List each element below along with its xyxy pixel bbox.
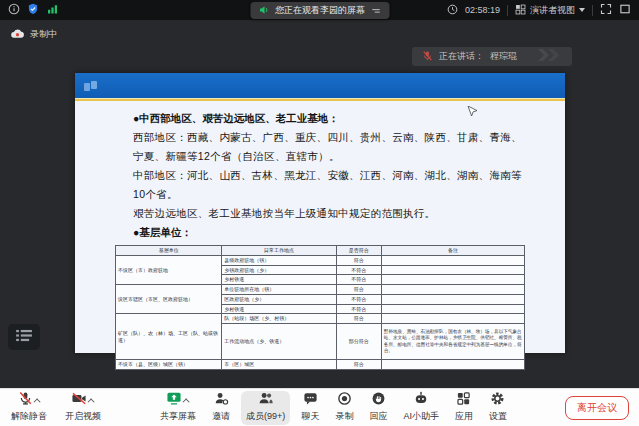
table-cell: 乡村铁道: [222, 275, 337, 285]
bottom-toolbar: 解除静音 开启视频 共享屏幕: [0, 388, 639, 426]
slide-header-band: [75, 73, 565, 98]
table-header-cell: 是否符合: [336, 246, 381, 256]
participants-icon: [258, 391, 274, 410]
slide-paragraph-line: 西部地区：西藏、内蒙古、广西、重庆、四川、贵州、云南、陕西、甘肃、青海、: [133, 128, 535, 147]
view-mode-label: 演讲者视图: [530, 4, 575, 17]
network-signal-icon: [46, 1, 59, 19]
mic-off-icon: [18, 391, 33, 410]
table-cell: 不符合: [336, 265, 381, 275]
apps-grid-icon: [456, 391, 471, 410]
share-screen-button[interactable]: 共享屏幕: [155, 391, 201, 425]
share-screen-icon: [166, 391, 182, 410]
screen-share-stage: 录制中 正在讲话： 程琮琨: [0, 20, 639, 388]
cloud-recording-icon: [10, 27, 25, 42]
slide-paragraph-line: 宁夏、新疆等12个省（自治区、直辖市）。: [133, 147, 535, 166]
chevron-up-icon[interactable]: [183, 398, 190, 405]
table-cell: 符合: [336, 360, 381, 370]
shared-slide: ●中西部地区、艰苦边远地区、老工业基地： 西部地区：西藏、内蒙古、广西、重庆、四…: [75, 73, 565, 353]
table-cell: [381, 255, 524, 265]
gear-icon: [490, 391, 505, 410]
clock-icon: [447, 4, 458, 17]
participants-button[interactable]: 成员(99+): [241, 391, 290, 425]
table-cell: [381, 265, 524, 275]
chevron-down-icon: [579, 8, 585, 12]
table-cell: 矿区（队）、农（林）场、工区（队、站或铁道）: [116, 314, 222, 360]
ai-assistant-button[interactable]: AI小助手: [398, 391, 444, 425]
watching-banner-text: 您正在观看李园的屏幕: [275, 4, 365, 17]
table-header-cell: 日常工作地点: [222, 246, 337, 256]
fullscreen-icon[interactable]: [600, 3, 612, 17]
reaction-hand-icon: [371, 391, 386, 410]
table-cell: 队（站段）场区（乡、村镇）: [222, 314, 337, 324]
speaking-prefix: 正在讲话：: [439, 50, 484, 63]
meeting-timer: 02:58:19: [465, 5, 500, 15]
table-cell: 乡村铁道: [222, 304, 337, 314]
apps-button[interactable]: 应用: [450, 391, 478, 425]
reactions-button[interactable]: 回应: [364, 391, 392, 425]
ai-robot-icon: [413, 391, 429, 410]
start-video-button[interactable]: 开启视频: [60, 391, 106, 425]
active-speaker-bar: 正在讲话： 程琮琨: [412, 47, 572, 66]
chat-bubble-icon: [303, 391, 318, 410]
view-mode-button[interactable]: 演讲者视图: [515, 4, 585, 17]
slide-heading-units: ●基层单位：: [133, 223, 535, 242]
table-cell: [381, 294, 524, 304]
list-icon: [16, 328, 33, 346]
speaker-audio-icon: [258, 2, 270, 20]
chevron-up-icon[interactable]: [88, 398, 95, 405]
invite-button[interactable]: 邀请: [207, 391, 235, 425]
table-cell: 不设区（市）政府驻地: [116, 255, 222, 284]
table-cell: [381, 360, 524, 370]
mic-muted-icon: [422, 48, 433, 66]
window-mode-icon[interactable]: [619, 3, 631, 17]
table-cell: 不设市（县、区级）城区（镇）: [116, 360, 222, 370]
banner-menu-icon[interactable]: [370, 2, 381, 20]
table-header-cell: 基层单位: [116, 246, 222, 256]
mouse-cursor: [467, 105, 477, 123]
slide-paragraph-line: 10个省。: [133, 185, 535, 204]
divider: [592, 5, 593, 16]
table-cell: 符合: [336, 314, 381, 324]
recording-label: 录制中: [30, 28, 57, 41]
table-cell: 符合: [336, 255, 381, 265]
table-cell: [381, 314, 524, 324]
leave-meeting-button[interactable]: 离开会议: [565, 396, 629, 420]
table-cell: 市（区）城区: [222, 360, 337, 370]
chevron-up-icon[interactable]: [33, 398, 40, 405]
speaker-name: 程琮琨: [490, 50, 517, 63]
record-button[interactable]: 录制: [330, 391, 358, 425]
table-cell: 乡镇政府驻地（乡）: [222, 265, 337, 275]
table-cell: 野外地质、测绘、石油勘探队，国有农（林、牧）场，县以下气象台站、水文站，公路道班…: [381, 324, 524, 360]
recording-indicator[interactable]: 录制中: [10, 27, 57, 42]
table-header-cell: 备注: [381, 246, 524, 256]
table-cell: 工作流动地点（乡、铁道）: [222, 324, 337, 360]
meeting-window: 您正在观看李园的屏幕 02:58:19 演讲者视图: [0, 0, 639, 426]
panel-toggle-button[interactable]: [8, 324, 40, 350]
table-cell: 不符合: [336, 304, 381, 314]
table-cell: [381, 275, 524, 285]
table-cell: [381, 285, 524, 295]
top-bar: 您正在观看李园的屏幕 02:58:19 演讲者视图: [0, 0, 639, 20]
table-cell: 部分符合: [336, 324, 381, 360]
record-icon: [337, 391, 352, 410]
chat-button[interactable]: 聊天: [296, 391, 324, 425]
invite-person-icon: [214, 391, 229, 410]
watermark-chevrons-icon: [536, 48, 562, 66]
table-cell: [381, 304, 524, 314]
slide-table: 基层单位日常工作地点是否符合备注不设区（市）政府驻地县级政府驻地（镇）符合乡镇政…: [115, 245, 525, 370]
table-cell: 单位驻地所在地（镇）: [222, 285, 337, 295]
slide-logo: [84, 79, 100, 97]
table-cell: 不符合: [336, 275, 381, 285]
table-cell: 不符合: [336, 294, 381, 304]
shield-check-icon[interactable]: [27, 1, 39, 19]
watching-banner[interactable]: 您正在观看李园的屏幕: [250, 2, 389, 19]
unmute-button[interactable]: 解除静音: [6, 391, 52, 425]
divider: [507, 5, 508, 16]
table-cell: 符合: [336, 285, 381, 295]
table-cell: 设区市辖区（市区、区政府驻地）: [116, 285, 222, 314]
info-icon[interactable]: [8, 1, 20, 19]
settings-button[interactable]: 设置: [484, 391, 512, 425]
slide-paragraph-line: 艰苦边远地区、老工业基地按当年上级通知中规定的范围执行。: [133, 204, 535, 223]
table-cell: 县级政府驻地（镇）: [222, 255, 337, 265]
table-cell: 区政府驻地（乡）: [222, 294, 337, 304]
